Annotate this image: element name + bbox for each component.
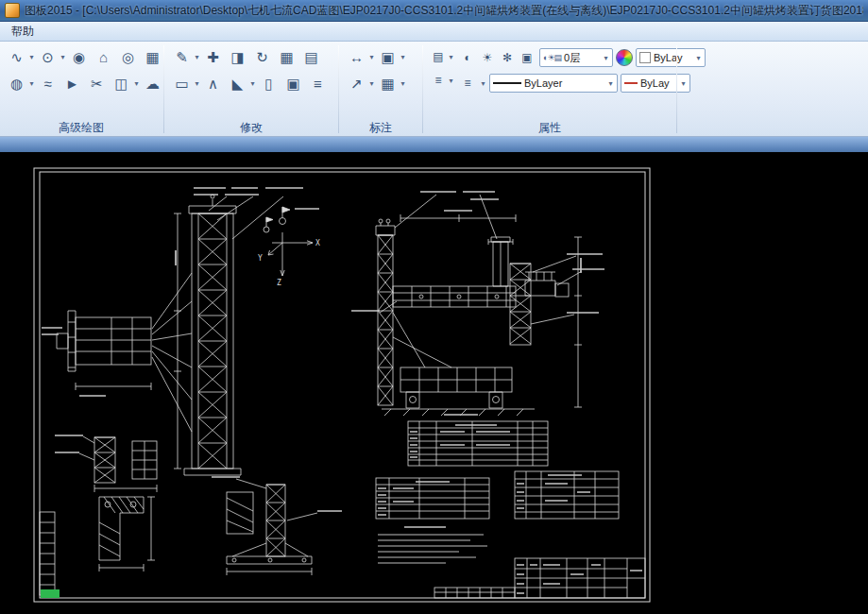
group-label-properties[interactable]: 属性 [429, 120, 671, 136]
donut-icon[interactable]: ◍ [5, 72, 28, 95]
mirror-icon-button[interactable]: ◨ [226, 45, 249, 69]
draw-icon-button[interactable]: ✎▾ [170, 45, 200, 69]
dropdown-caret-icon[interactable]: ▾ [368, 79, 375, 88]
dropdown-caret-icon[interactable]: ▾ [133, 79, 140, 88]
print-icon[interactable]: ▤ [299, 45, 323, 69]
paste-icon[interactable]: ▯ [257, 72, 281, 95]
chevron-down-icon[interactable]: ▾ [695, 54, 702, 62]
layer-select[interactable]: ◐☀▤ 0层 ▾ [539, 48, 613, 67]
group-label-dimension[interactable]: 标注 [345, 120, 417, 136]
chevron-down-icon[interactable]: ▾ [480, 79, 486, 88]
dropdown-caret-icon[interactable]: ▾ [60, 53, 66, 61]
dropdown-caret-icon[interactable]: ▾ [448, 77, 454, 85]
freehand-icon-button[interactable]: ≈ [36, 72, 60, 95]
dropdown-caret-icon[interactable]: ▾ [368, 53, 375, 61]
polyline-icon[interactable]: ∧ [201, 72, 225, 95]
dropdown-caret-icon[interactable]: ▾ [194, 53, 200, 61]
layer-bulb-icon[interactable]: ◐ [458, 48, 477, 67]
linetype-icon[interactable]: ≡ [458, 74, 477, 93]
spline-icon[interactable]: ∿ [5, 45, 28, 69]
image-icon-button[interactable]: ◫▾ [110, 72, 140, 95]
machine-elevation-view[interactable] [376, 195, 582, 416]
rectangle-icon[interactable]: ▭ [170, 72, 194, 95]
dropdown-caret-icon[interactable]: ▾ [28, 53, 35, 61]
freehand-icon[interactable]: ≈ [36, 72, 60, 95]
polyline-icon-button[interactable]: ∧ [201, 72, 225, 95]
copy-icon-button[interactable]: ▣ [281, 72, 305, 95]
dropdown-caret-icon[interactable]: ▾ [28, 79, 35, 88]
donut-icon-button[interactable]: ◍▾ [5, 72, 35, 95]
linear-dim-icon-button[interactable]: ↔▾ [345, 45, 375, 69]
scissors-icon-button[interactable]: ✂ [85, 72, 109, 95]
dim-style-icon[interactable]: ▣ [376, 45, 400, 69]
mirror-icon[interactable]: ◨ [226, 45, 249, 69]
leader-icon-button[interactable]: ↗▾ [345, 72, 375, 95]
layer-state-icon[interactable]: ≡ [429, 71, 448, 90]
array-icon[interactable]: ▦ [275, 45, 298, 69]
layers-icon[interactable]: ≡ [306, 72, 330, 95]
rectangle-icon-button[interactable]: ▭▾ [170, 72, 200, 95]
point-icon[interactable]: ⊙ [36, 45, 60, 69]
layers-icon-button[interactable]: ≡ [306, 72, 330, 95]
copy-icon[interactable]: ▣ [281, 72, 305, 95]
layer-freeze-icon-button[interactable]: ✻ [498, 48, 517, 67]
polygon-icon[interactable]: ⌂ [92, 45, 115, 69]
chamfer-icon-button[interactable]: ◣▾ [226, 72, 256, 95]
lineweight-select[interactable]: ByLay ▾ [621, 74, 690, 93]
draw-icon[interactable]: ✎ [170, 45, 194, 69]
image-icon[interactable]: ◫ [110, 72, 133, 95]
drawing-area[interactable]: X Z Y [0, 152, 868, 614]
spline-icon-button[interactable]: ∿▾ [5, 45, 35, 69]
move-icon[interactable]: ✚ [201, 45, 225, 69]
find-icon-button[interactable]: ◎ [116, 45, 140, 69]
rotate-icon[interactable]: ↻ [250, 45, 274, 69]
rotate-icon-button[interactable]: ↻ [250, 45, 274, 69]
layer-lock-icon-button[interactable]: ▣ [518, 48, 536, 67]
cad-drawing[interactable]: X Z Y [0, 152, 868, 614]
table-icon[interactable]: ▦ [141, 45, 164, 69]
burner-assembly-view[interactable] [57, 273, 192, 432]
group-label-modify[interactable]: 修改 [170, 120, 332, 136]
layer-sun-icon[interactable]: ☀ [478, 48, 497, 67]
polygon-icon-button[interactable]: ⌂ [92, 45, 115, 69]
move-icon-button[interactable]: ✚ [201, 45, 225, 69]
layer-manager-icon-button[interactable]: ▤▾ [429, 47, 454, 66]
scissors-icon[interactable]: ✂ [85, 72, 109, 95]
cloud-icon[interactable]: ☁ [141, 72, 164, 95]
color-select[interactable]: ByLay ▾ [636, 48, 706, 67]
chevron-down-icon[interactable]: ▾ [603, 54, 609, 62]
table-icon-button[interactable]: ▦ [141, 45, 164, 69]
tower-elevation-view[interactable] [174, 195, 283, 475]
chevron-down-icon[interactable]: ▾ [607, 79, 614, 88]
layer-state-icon-button[interactable]: ≡▾ [429, 71, 454, 90]
chamfer-icon[interactable]: ◣ [226, 72, 249, 95]
dim-edit-icon-button[interactable]: ▦▾ [376, 72, 406, 95]
find-icon[interactable]: ◎ [116, 45, 140, 69]
layer-manager-icon[interactable]: ▤ [429, 47, 448, 66]
dropdown-caret-icon[interactable]: ▾ [249, 79, 256, 88]
layer-sun-icon-button[interactable]: ☀ [478, 48, 497, 67]
print-icon-button[interactable]: ▤ [299, 45, 323, 69]
dim-style-icon-button[interactable]: ▣▾ [376, 45, 406, 69]
linear-dim-icon[interactable]: ↔ [345, 45, 368, 69]
drawing-geometry[interactable] [40, 195, 645, 598]
group-label-advanced-draw[interactable]: 高级绘图 [5, 120, 158, 136]
color-wheel-icon[interactable] [616, 49, 633, 66]
dropdown-caret-icon[interactable]: ▾ [448, 53, 454, 61]
dim-edit-icon[interactable]: ▦ [376, 72, 400, 95]
eye-icon-button[interactable]: ◉ [67, 45, 91, 69]
linetype-select[interactable]: ByLayer ▾ [489, 74, 618, 93]
arrow-icon-button[interactable]: ► [60, 72, 84, 95]
cloud-icon-button[interactable]: ☁ [141, 72, 164, 95]
layer-lock-icon[interactable]: ▣ [518, 48, 536, 67]
paste-icon-button[interactable]: ▯ [257, 72, 281, 95]
point-icon-button[interactable]: ⊙▾ [36, 45, 66, 69]
dropdown-caret-icon[interactable]: ▾ [400, 53, 406, 61]
leader-icon[interactable]: ↗ [345, 72, 368, 95]
eye-icon[interactable]: ◉ [67, 45, 91, 69]
array-icon-button[interactable]: ▦ [275, 45, 298, 69]
layer-bulb-icon-button[interactable]: ◐ [458, 48, 477, 67]
dropdown-caret-icon[interactable]: ▾ [400, 79, 406, 88]
menu-item-help[interactable]: 帮助 [6, 23, 40, 41]
dropdown-caret-icon[interactable]: ▾ [194, 79, 200, 88]
